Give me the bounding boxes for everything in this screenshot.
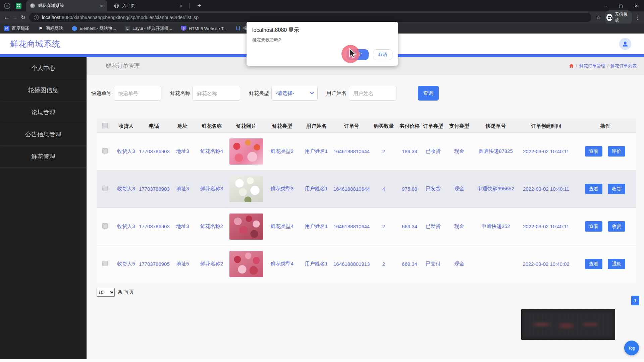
tab-close-icon[interactable]: × [99, 3, 104, 9]
user-name-input[interactable] [349, 86, 396, 101]
cell-order-status: 已发货 [421, 170, 445, 208]
tab-entry-page[interactable]: 入口页 × [110, 0, 186, 11]
select-value: -请选择- [276, 90, 311, 97]
bookmark-html5[interactable]: 5 HTML5 Website T... [181, 26, 227, 31]
user-avatar[interactable] [619, 38, 631, 50]
bookmark-layui[interactable]: L Layui - 经典开源模... [125, 25, 172, 32]
receive-button[interactable]: 收货 [608, 221, 625, 232]
sidebar-item-personal-center[interactable]: 个人中心 [0, 57, 87, 79]
cell-user-name: 用户姓名1 [299, 133, 333, 170]
row-checkbox[interactable] [102, 223, 108, 229]
page-size-select[interactable]: 10 [97, 288, 115, 297]
col-receiver: 收货人 [113, 120, 139, 133]
bookmark-label: Layui - 经典开源模... [132, 25, 172, 32]
table-row: 收货人3 17703786903 地址3 鲜花名称3 鲜花类型3 用户姓名1 1… [97, 170, 636, 208]
orders-table: 收货人 电话 地址 鲜花名称 鲜花照片 鲜花类型 用户姓名 订单号 购买数量 实… [97, 120, 636, 283]
shield-icon: 5 [181, 26, 186, 31]
cell-quantity: 2 [370, 133, 398, 170]
breadcrumb-section[interactable]: 鲜花订单管理 [579, 63, 605, 69]
close-button[interactable]: ✕ [629, 0, 644, 11]
sidebar: 个人中心 轮播图信息 论坛管理 公告信息管理 鲜花管理 [0, 57, 87, 362]
hexagon-icon [72, 26, 77, 31]
express-no-input[interactable] [114, 86, 161, 101]
row-checkbox[interactable] [102, 186, 108, 191]
sidebar-item-announcement[interactable]: 公告信息管理 [0, 123, 87, 145]
refund-button[interactable]: 退款 [608, 259, 625, 269]
baidu-translate-icon: 译 [4, 26, 9, 31]
blurred-watermark [521, 309, 615, 340]
view-button[interactable]: 查看 [585, 146, 602, 157]
breadcrumb-page[interactable]: 鲜花订单列表 [610, 63, 637, 69]
new-tab-button[interactable]: + [195, 2, 204, 9]
cell-receiver: 收货人3 [113, 170, 139, 208]
cell-flower-name: 鲜花名称4 [196, 133, 227, 170]
tab-flower-shop[interactable]: 鲜花商城系统 × [26, 0, 107, 11]
col-user-name: 用户姓名 [299, 120, 333, 133]
bookmark-star-icon[interactable]: ☆ [596, 14, 600, 20]
reload-icon[interactable]: ↻ [19, 14, 27, 21]
cell-created-at: 2022-03-02 10:40:11 [518, 170, 574, 208]
col-address: 地址 [169, 120, 196, 133]
cell-order-status: 已支付 [421, 245, 445, 283]
bookmark-baidu-translate[interactable]: 译 百度翻译 [4, 25, 29, 32]
back-icon[interactable]: ← [3, 14, 11, 21]
cancel-button[interactable]: 取消 [373, 49, 392, 60]
bookmark-element[interactable]: Element - 网站快... [72, 25, 116, 32]
back-to-top-button[interactable]: Top [624, 341, 639, 355]
forward-icon[interactable]: → [11, 14, 19, 21]
tab-close-icon[interactable]: × [178, 3, 183, 9]
cell-price: 975.88 [398, 170, 421, 208]
maximize-button[interactable]: ▢ [613, 0, 629, 11]
cell-address: 地址5 [169, 245, 196, 283]
user-name-label: 用户姓名 [326, 90, 346, 97]
col-order-no: 订单号 [333, 120, 370, 133]
cell-flower-type: 鲜花类型4 [265, 245, 299, 283]
cell-address: 地址3 [169, 133, 196, 170]
pinned-tab-icon[interactable] [16, 3, 21, 9]
sidebar-item-forum[interactable]: 论坛管理 [0, 101, 87, 123]
sidebar-item-carousel[interactable]: 轮播图信息 [0, 79, 87, 101]
bookmark-label: 图标网站 [46, 25, 63, 32]
cell-phone: 17703786903 [139, 208, 169, 245]
flower-name-input[interactable] [193, 86, 240, 101]
sidebar-item-flower-mgmt[interactable]: 鲜花管理 [0, 145, 87, 168]
incognito-badge: 无痕模式 [605, 10, 632, 24]
breadcrumb-separator: / [607, 63, 608, 68]
layui-icon: L [125, 26, 130, 31]
page-info-icon[interactable]: i [34, 15, 39, 20]
cell-order-no: 1646188810644 [333, 208, 370, 245]
cell-flower-type: 鲜花类型2 [265, 133, 299, 170]
bookmark-icon-site[interactable]: ⚑ 图标网站 [38, 25, 63, 32]
col-flower-name: 鲜花名称 [196, 120, 227, 133]
page-number-badge[interactable]: 1 [631, 296, 639, 305]
search-button[interactable]: 查询 [418, 86, 439, 101]
cell-receiver: 收货人3 [113, 208, 139, 245]
view-button[interactable]: 查看 [585, 259, 602, 269]
cell-pay-type: 现金 [445, 208, 474, 245]
view-button[interactable]: 查看 [585, 221, 602, 232]
cell-address: 地址3 [169, 170, 196, 208]
address-bar[interactable]: i localhost:8080/xianhuashangchengxitong… [29, 13, 591, 22]
cell-flower-type: 鲜花类型3 [265, 170, 299, 208]
bookmark-label: 百度翻译 [12, 25, 29, 32]
row-checkbox[interactable] [102, 148, 108, 154]
cell-address: 地址3 [169, 208, 196, 245]
cell-express-no: 申通快递995652 [474, 170, 518, 208]
select-all-checkbox[interactable] [102, 123, 108, 128]
minimize-button[interactable]: – [598, 0, 613, 11]
filter-bar: 快递单号 鲜花名称 鲜花类型 -请选择- 用户姓名 查询 [91, 86, 644, 101]
incognito-label: 无痕模式 [615, 11, 629, 23]
browser-menu-icon[interactable]: ⋮ [635, 14, 640, 21]
view-button[interactable]: 查看 [585, 184, 602, 194]
wallpaper-icon: 凵 [235, 26, 241, 31]
bookmark-label: HTML5 Website T... [189, 26, 227, 31]
cell-flower-name: 鲜花名称2 [196, 208, 227, 245]
col-actions: 操作 [574, 120, 636, 133]
review-button[interactable]: 评价 [608, 146, 625, 157]
row-checkbox[interactable] [102, 261, 108, 266]
table-row: 收货人5 17703786905 地址5 鲜花名称2 鲜花类型4 用户姓名1 1… [97, 245, 636, 283]
flower-type-select[interactable]: -请选择- [271, 86, 318, 101]
receive-button[interactable]: 收货 [608, 184, 625, 194]
home-icon[interactable] [569, 63, 574, 68]
cell-order-no: 1646188810644 [333, 170, 370, 208]
